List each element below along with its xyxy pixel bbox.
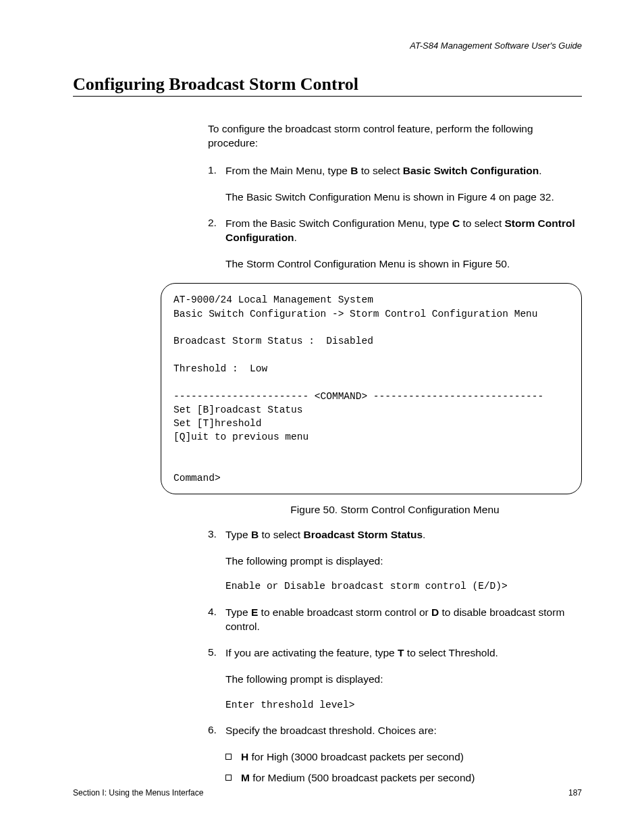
figure-caption: Figure 50. Storm Control Configuration M… [208,504,582,516]
terminal-wrap: AT-9000/24 Local Management System Basic… [73,283,582,494]
term-l8: ----------------------- <COMMAND> ------… [173,391,543,402]
step-4-key1: E [251,606,258,618]
bullet-icon [225,754,232,760]
header-guide: AT-S84 Management Software User's Guide [410,41,582,51]
bullet-medium-text: M for Medium (500 broadcast packets per … [241,771,475,785]
step-4-key2: D [431,606,439,618]
step-3-bold: Broadcast Storm Status [303,529,423,540]
step-6-text: Specify the broadcast threshold. Choices… [225,724,582,738]
step-3-num: 3. [208,528,225,542]
term-l2: Basic Switch Configuration -> Storm Cont… [173,309,538,319]
intro-paragraph: To configure the broadcast storm control… [208,122,582,151]
title-rule [73,96,582,97]
step-2-body: From the Basic Switch Configuration Menu… [225,217,582,245]
step-5-sub: The following prompt is displayed: [225,673,582,687]
step-5-mono: Enter threshold level> [225,699,582,712]
step-2-num: 2. [208,217,225,245]
step-3-sub: The following prompt is displayed: [225,554,582,569]
step-1-pre: From the Main Menu, type [225,165,350,176]
step-3-key: B [251,529,259,540]
step-1-mid: to select [358,165,402,176]
step-4-body: Type E to enable broadcast storm control… [225,606,582,634]
step-3-mono: Enable or Disable broadcast storm contro… [225,580,582,594]
bullet-icon [225,775,232,781]
step-3-mid: to select [259,529,303,540]
step-1-sub: The Basic Switch Configuration Menu is s… [225,190,582,205]
term-l6: Threshold : Low [173,363,267,374]
step-2-pre: From the Basic Switch Configuration Menu… [225,217,452,229]
step-2-mid: to select [460,217,504,229]
bullet-high: H for High (3000 broadcast packets per s… [225,750,582,764]
step-1-num: 1. [208,164,225,178]
terminal-screen: AT-9000/24 Local Management System Basic… [161,283,582,494]
term-l4: Broadcast Storm Status : Disabled [173,336,373,346]
step-3-body: Type B to select Broadcast Storm Status. [225,528,582,542]
step-2: 2. From the Basic Switch Configuration M… [208,217,582,245]
step-2-sub: The Storm Control Configuration Menu is … [225,257,582,271]
term-l11: [Q]uit to previous menu [173,432,308,442]
step-4-mid1: to enable broadcast storm control or [258,606,431,618]
footer-section: Section I: Using the Menus Interface [73,788,203,798]
step-6-num: 6. [208,724,225,738]
step-1-key: B [350,165,358,176]
bullet-medium-key: M [241,772,250,783]
step-4: 4. Type E to enable broadcast storm cont… [208,606,582,634]
term-l1: AT-9000/24 Local Management System [173,294,373,305]
bullet-high-text: H for High (3000 broadcast packets per s… [241,750,464,764]
bullet-medium-rest: for Medium (500 broadcast packets per se… [250,772,475,783]
step-3-post: . [423,529,425,540]
step-1-bold: Basic Switch Configuration [403,165,539,176]
step-1: 1. From the Main Menu, type B to select … [208,164,582,178]
term-l10: Set [T]hreshold [173,418,262,429]
bullet-high-rest: for High (3000 broadcast packets per sec… [248,751,464,762]
step-2-post: . [294,232,297,243]
page-footer: Section I: Using the Menus Interface 187 [73,788,582,798]
step-4-pre: Type [225,606,251,618]
term-l9: Set [B]roadcast Status [173,405,302,415]
step-3: 3. Type B to select Broadcast Storm Stat… [208,528,582,542]
step-1-body: From the Main Menu, type B to select Bas… [225,164,582,178]
step-5-key: T [398,647,404,658]
step-3-pre: Type [225,529,251,540]
step-6: 6. Specify the broadcast threshold. Choi… [208,724,582,738]
bullet-high-key: H [241,751,248,762]
step-5: 5. If you are activating the feature, ty… [208,646,582,660]
step-5-pre: If you are activating the feature, type [225,647,398,658]
footer-page-number: 187 [568,788,582,798]
step-5-num: 5. [208,646,225,660]
step-5-post: to select Threshold. [404,647,498,658]
page-title: Configuring Broadcast Storm Control [73,74,582,95]
step-1-post: . [539,165,541,176]
bullet-medium: M for Medium (500 broadcast packets per … [225,771,582,785]
step-4-num: 4. [208,606,225,634]
step-5-body: If you are activating the feature, type … [225,646,582,660]
term-l14: Command> [173,473,221,484]
step-2-key: C [452,217,460,229]
